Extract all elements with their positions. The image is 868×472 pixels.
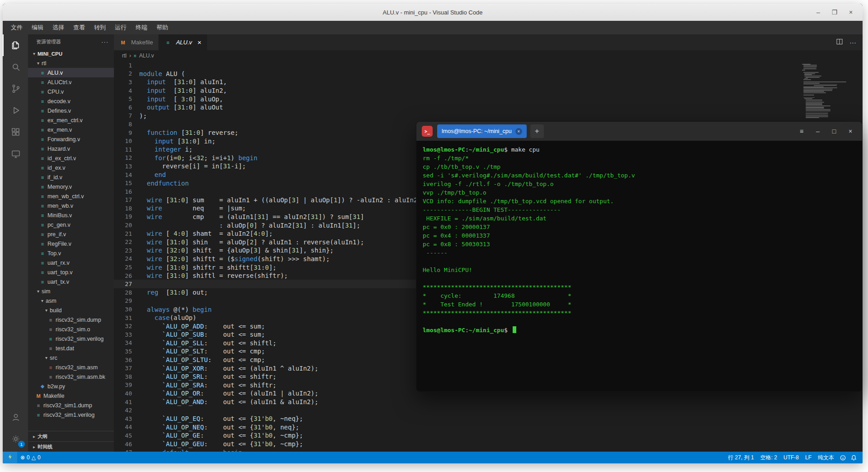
sidebar-section-大纲[interactable]: ▸大纲 [28,431,114,441]
tree-item-uart_rx.v[interactable]: ≡uart_rx.v [28,258,114,267]
tree-item-rtl[interactable]: ▾rtl [28,58,114,68]
tree-item-sim[interactable]: ▾sim [28,286,114,296]
code-line[interactable]: 5 input [ 3:0] aluOp, [114,95,863,103]
code-line[interactable]: 44 `ALU_OP_NEQ: out <= {31'b0, neq}; [114,423,863,432]
tree-item-riscv32_sim.dump[interactable]: ≡riscv32_sim.dump [28,315,114,324]
tree-item-test.dat[interactable]: ≡test.dat [28,343,114,353]
menu-item-帮助[interactable]: 帮助 [152,21,173,34]
tree-item-Top.v[interactable]: ≡Top.v [28,248,114,258]
code-line[interactable]: 45 `ALU_OP_GE: out <= {31'b0, ~cmp}; [114,431,863,440]
tree-item-Memory.v[interactable]: ≡Memory.v [28,182,114,191]
menu-item-选择[interactable]: 选择 [48,21,69,34]
tree-item-id_ex.v[interactable]: ≡id_ex.v [28,163,114,172]
tree-item-CPU.v[interactable]: ≡CPU.v [28,87,114,96]
tree-item-RegFile.v[interactable]: ≡RegFile.v [28,239,114,248]
terminal-tab[interactable]: lmos@lmos-PC: ~/mini_cpu × [437,124,527,138]
tree-item-pre_if.v[interactable]: ≡pre_if.v [28,229,114,239]
status-encoding[interactable]: UTF-8 [780,452,802,463]
bell-icon[interactable] [848,452,859,463]
tree-item-id_ex_ctrl.v[interactable]: ≡id_ex_ctrl.v [28,153,114,163]
terminal-new-tab-button[interactable]: + [530,124,544,138]
activity-explorer[interactable] [3,34,28,56]
tree-item-riscv32_sim1.verilog[interactable]: ≡riscv32_sim1.verilog [28,410,114,420]
tree-item-src[interactable]: ▾src [28,353,114,362]
tree-item-ex_men_ctrl.v[interactable]: ≡ex_men_ctrl.v [28,115,114,125]
status-cursor-position[interactable]: 行 27, 列 1 [725,452,757,463]
code-line[interactable]: 42 [114,406,863,415]
code-line[interactable]: 7); [114,112,863,120]
activity-run-debug[interactable] [3,100,28,121]
tree-item-Hazard.v[interactable]: ≡Hazard.v [28,144,114,153]
minimap[interactable] [802,62,857,119]
code-line[interactable]: 4 input [31:0] aluIn2, [114,86,863,95]
code-line[interactable]: 43 `ALU_OP_EQ: out <= {31'b0, ~neq}; [114,415,863,423]
window-minimize-button[interactable]: – [810,4,826,21]
tree-item-riscv32_sim1.dump[interactable]: ≡riscv32_sim1.dump [28,400,114,410]
feedback-icon[interactable] [837,452,848,463]
code-line[interactable]: 2module ALU ( [114,70,863,78]
tree-item-ALU.v[interactable]: ≡ALU.v [28,68,114,77]
tree-item-ALUCtrl.v[interactable]: ≡ALUCtrl.v [28,77,114,87]
menu-item-文件[interactable]: 文件 [6,21,27,34]
window-close-button[interactable]: × [843,4,859,21]
menu-item-终端[interactable]: 终端 [131,21,152,34]
terminal-close-button[interactable]: × [842,122,859,141]
tree-item-riscv32_sim.o[interactable]: ≡riscv32_sim.o [28,324,114,334]
split-editor-icon[interactable] [836,38,843,47]
tree-item-decode.v[interactable]: ≡decode.v [28,96,114,106]
tree-item-men_wb.v[interactable]: ≡men_wb.v [28,201,114,210]
editor-more-actions-icon[interactable]: ··· [849,38,856,46]
code-line[interactable]: 6 output [31:0] aluOut [114,103,863,112]
code-line[interactable]: 41 `ALU_OP_AND: out <= (aluIn1 & aluIn2)… [114,398,863,406]
status-eol[interactable]: LF [802,452,815,463]
tab-ALU.v[interactable]: ≡ALU.v× [159,34,207,50]
code-line[interactable]: 3 input [31:0] aluIn1, [114,78,863,86]
code-line[interactable]: 47 default: begin [114,448,863,452]
status-indentation[interactable]: 空格: 2 [757,452,780,463]
tree-item-b2w.py[interactable]: ◆b2w.py [28,381,114,391]
tree-item-MINI_CPU[interactable]: ▾MINI_CPU [28,49,114,58]
menu-item-运行[interactable]: 运行 [110,21,131,34]
activity-account[interactable] [3,406,28,428]
tree-item-Defines.v[interactable]: ≡Defines.v [28,106,114,115]
sidebar-more-actions-icon[interactable]: ··· [101,38,108,45]
window-maximize-button[interactable]: ❐ [826,4,843,21]
tree-item-riscv32_sim.asm[interactable]: ≡riscv32_sim.asm [28,362,114,372]
breadcrumb[interactable]: rtl › ≡ ALU.v [114,50,863,61]
tree-item-MiniBus.v[interactable]: ≡MiniBus.v [28,210,114,220]
terminal-maximize-button[interactable]: □ [826,122,842,141]
activity-search[interactable] [3,56,28,78]
terminal-menu-icon[interactable]: ≡ [793,122,810,141]
problems-status[interactable]: ⊗0 △0 [17,452,44,463]
tree-item-uart_tx.v[interactable]: ≡uart_tx.v [28,277,114,286]
remote-indicator[interactable] [3,452,17,463]
menu-item-编辑[interactable]: 编辑 [27,21,48,34]
close-icon[interactable]: × [198,38,202,46]
code-line[interactable]: 46 `ALU_OP_GEU: out <= {31'b0, ~cmp}; [114,440,863,448]
breadcrumb-folder[interactable]: rtl [122,52,127,59]
activity-settings[interactable]: 1 [3,428,28,450]
tree-item-riscv32_sim.asm.bk[interactable]: ≡riscv32_sim.asm.bk [28,372,114,381]
terminal-minimize-button[interactable]: – [810,122,826,141]
tree-item-men_wb_ctrl.v[interactable]: ≡men_wb_ctrl.v [28,191,114,201]
terminal-tab-close-icon[interactable]: × [515,128,522,135]
tree-item-Makefile[interactable]: MMakefile [28,391,114,400]
tree-item-pc_gen.v[interactable]: ≡pc_gen.v [28,220,114,229]
tree-item-uart_top.v[interactable]: ≡uart_top.v [28,267,114,277]
activity-source-control[interactable] [3,78,28,100]
menu-item-转到[interactable]: 转到 [90,21,110,34]
breadcrumb-file[interactable]: ALU.v [139,52,154,59]
terminal-output[interactable]: lmos@lmos-PC:~/mini_cpu$ make cpurm -f .… [416,141,862,391]
tree-item-if_id.v[interactable]: ≡if_id.v [28,172,114,182]
menu-item-查看[interactable]: 查看 [69,21,90,34]
code-line[interactable]: 1 [114,61,863,70]
activity-remote-explorer[interactable] [3,143,28,165]
tree-item-asm[interactable]: ▾asm [28,296,114,305]
tree-item-ex_men.v[interactable]: ≡ex_men.v [28,125,114,134]
tree-item-riscv32_sim.verilog[interactable]: ≡riscv32_sim.verilog [28,334,114,343]
tree-item-build[interactable]: ▾build [28,305,114,315]
status-language-mode[interactable]: 纯文本 [815,452,837,463]
activity-extensions[interactable] [3,121,28,143]
tab-Makefile[interactable]: MMakefile [114,34,159,50]
sidebar-section-时间线[interactable]: ▸时间线 [28,441,114,452]
